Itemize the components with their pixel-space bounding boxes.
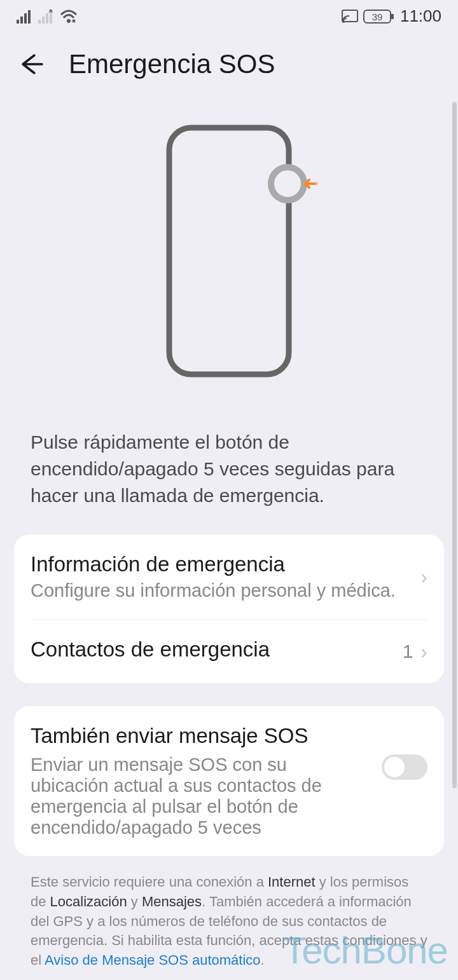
header: Emergencia SOS [0, 30, 458, 92]
svg-point-11 [342, 20, 345, 23]
svg-rect-2 [24, 13, 27, 24]
instruction-text: Pulse rápidamente el botón de encendido/… [0, 429, 458, 509]
svg-point-16 [271, 167, 304, 200]
signal-bars-secondary-icon: × [38, 10, 55, 24]
row-content: También enviar mensaje SOS Enviar un men… [31, 724, 382, 838]
chevron-right-icon: › [420, 565, 427, 589]
svg-text:39: 39 [372, 11, 383, 22]
wifi-icon [60, 10, 78, 24]
footer-bold-internet: Internet [268, 874, 316, 890]
settings-card-1: Información de emergencia Configure su i… [14, 534, 444, 683]
svg-rect-3 [28, 10, 31, 24]
row-right: 1 › [403, 640, 427, 664]
svg-rect-13 [391, 14, 394, 19]
signal-bars-icon [17, 10, 33, 24]
battery-icon: 39 [363, 9, 395, 24]
sos-notice-link[interactable]: Aviso de Mensaje SOS automático [45, 952, 261, 968]
svg-text:×: × [48, 10, 53, 15]
svg-rect-15 [169, 128, 289, 374]
svg-rect-4 [38, 20, 41, 24]
instruction-illustration [0, 92, 458, 429]
settings-card-2: También enviar mensaje SOS Enviar un men… [14, 706, 444, 856]
svg-rect-0 [17, 20, 19, 24]
chevron-right-icon: › [420, 640, 427, 664]
phone-graphic-icon [140, 124, 318, 378]
row-title: Contactos de emergencia [31, 637, 403, 662]
emergency-info-row[interactable]: Información de emergencia Configure su i… [14, 534, 444, 619]
footer-text-segment: Este servicio requiere una conexión a [31, 874, 268, 890]
cast-icon [342, 10, 358, 24]
toggle-handle [384, 757, 405, 777]
svg-rect-1 [20, 17, 23, 24]
sos-message-toggle[interactable] [382, 754, 427, 780]
row-title: Información de emergencia [31, 552, 420, 576]
row-content: Contactos de emergencia [31, 637, 403, 665]
footer-bold-messages: Mensajes [142, 894, 202, 909]
row-title: También enviar mensaje SOS [31, 724, 369, 748]
svg-point-9 [67, 19, 71, 23]
svg-rect-10 [342, 10, 357, 22]
footer-bold-location: Localización [50, 894, 127, 909]
status-bar: × 39 11:00 [0, 0, 458, 30]
row-right: › [420, 565, 427, 589]
row-subtitle: Enviar un mensaje SOS con su ubicación a… [31, 754, 369, 838]
scrollbar[interactable] [452, 102, 457, 788]
footer-text-segment: . [261, 952, 265, 968]
emergency-contacts-row[interactable]: Contactos de emergencia 1 › [14, 620, 444, 683]
back-arrow-icon[interactable] [17, 50, 45, 78]
row-subtitle: Configure su información personal y médi… [31, 580, 420, 601]
footer-text-segment: y [127, 894, 142, 909]
svg-point-17 [315, 182, 318, 186]
status-left-icons: × [17, 10, 78, 24]
status-right-icons: 39 11:00 [342, 6, 441, 26]
page-title: Emergencia SOS [69, 49, 275, 79]
svg-rect-5 [42, 17, 45, 24]
footer-disclaimer: Este servicio requiere una conexión a In… [0, 856, 458, 970]
sos-message-row[interactable]: También enviar mensaje SOS Enviar un men… [14, 706, 444, 856]
contacts-count: 1 [403, 641, 413, 662]
status-time: 11:00 [400, 6, 441, 26]
row-content: Información de emergencia Configure su i… [31, 552, 420, 601]
